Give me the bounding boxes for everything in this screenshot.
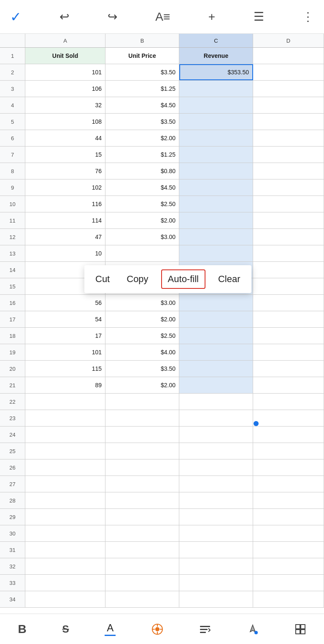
col-header-b[interactable]: B — [105, 34, 179, 47]
borders-button[interactable] — [294, 623, 306, 635]
empty-cell[interactable] — [105, 558, 179, 574]
empty-cell[interactable] — [25, 394, 105, 410]
cell-10b[interactable]: $2.50 — [105, 196, 179, 212]
cell-15d[interactable] — [253, 278, 324, 294]
cell-18b[interactable]: $2.50 — [105, 328, 179, 344]
cell-17c[interactable] — [179, 311, 253, 327]
check-icon[interactable]: ✓ — [10, 9, 22, 25]
empty-cell[interactable] — [25, 509, 105, 525]
fill-color-button[interactable] — [247, 623, 259, 635]
cell-9c[interactable] — [179, 179, 253, 196]
cell-13c[interactable] — [179, 245, 253, 261]
empty-cell[interactable] — [25, 443, 105, 459]
cell-8c[interactable] — [179, 163, 253, 179]
cell-6a[interactable]: 44 — [25, 130, 105, 146]
cell-6c[interactable] — [179, 130, 253, 146]
cell-1c[interactable]: Revenue — [179, 48, 253, 64]
cell-10a[interactable]: 116 — [25, 196, 105, 212]
empty-cell[interactable] — [25, 575, 105, 591]
cut-button[interactable]: Cut — [91, 270, 114, 288]
cell-13a[interactable]: 10 — [25, 245, 105, 261]
empty-cell[interactable] — [253, 459, 324, 476]
empty-cell[interactable] — [25, 542, 105, 558]
wrap-text-button[interactable] — [199, 623, 211, 635]
redo-icon[interactable]: ↪ — [108, 10, 117, 24]
empty-cell[interactable] — [25, 459, 105, 476]
bold-button[interactable]: B — [18, 622, 26, 636]
empty-cell[interactable] — [253, 492, 324, 508]
autofill-button[interactable]: Auto-fill — [161, 269, 205, 289]
cell-12d[interactable] — [253, 229, 324, 245]
col-header-a[interactable]: A — [25, 34, 105, 47]
cell-9a[interactable]: 102 — [25, 179, 105, 196]
cell-7d[interactable] — [253, 147, 324, 163]
empty-cell[interactable] — [179, 394, 253, 410]
cell-21a[interactable]: 89 — [25, 377, 105, 393]
empty-cell[interactable] — [253, 575, 324, 591]
add-icon[interactable]: + — [208, 10, 215, 24]
copy-button[interactable]: Copy — [122, 270, 152, 288]
empty-cell[interactable] — [253, 443, 324, 459]
empty-cell[interactable] — [105, 476, 179, 492]
cell-5a[interactable]: 108 — [25, 114, 105, 130]
cell-7a[interactable]: 15 — [25, 147, 105, 163]
cell-3c[interactable] — [179, 81, 253, 97]
empty-cell[interactable] — [179, 459, 253, 476]
cell-10c[interactable] — [179, 196, 253, 212]
cell-3a[interactable]: 106 — [25, 81, 105, 97]
cell-9b[interactable]: $4.50 — [105, 179, 179, 196]
cell-21b[interactable]: $2.00 — [105, 377, 179, 393]
empty-cell[interactable] — [179, 492, 253, 508]
comment-icon[interactable]: ☰ — [254, 10, 264, 24]
empty-cell[interactable] — [253, 525, 324, 541]
empty-cell[interactable] — [179, 558, 253, 574]
fill-handle[interactable] — [254, 421, 259, 426]
cell-17b[interactable]: $2.00 — [105, 311, 179, 327]
empty-cell[interactable] — [105, 459, 179, 476]
cell-1b[interactable]: Unit Price — [105, 48, 179, 64]
col-header-d[interactable]: D — [253, 34, 324, 47]
cell-5c[interactable] — [179, 114, 253, 130]
cell-18d[interactable] — [253, 328, 324, 344]
empty-cell[interactable] — [179, 542, 253, 558]
cell-12a[interactable]: 47 — [25, 229, 105, 245]
cell-7b[interactable]: $1.25 — [105, 147, 179, 163]
empty-cell[interactable] — [253, 509, 324, 525]
cell-21c[interactable] — [179, 377, 253, 393]
cell-1d[interactable] — [253, 48, 324, 64]
cell-11a[interactable]: 114 — [25, 212, 105, 228]
empty-cell[interactable] — [25, 525, 105, 541]
empty-cell[interactable] — [179, 443, 253, 459]
empty-cell[interactable] — [179, 476, 253, 492]
empty-cell[interactable] — [105, 542, 179, 558]
clear-button[interactable]: Clear — [214, 270, 245, 288]
cell-7c[interactable] — [179, 147, 253, 163]
cell-3b[interactable]: $1.25 — [105, 81, 179, 97]
empty-cell[interactable] — [105, 575, 179, 591]
strikethrough-button[interactable]: S — [62, 623, 69, 635]
empty-cell[interactable] — [253, 591, 324, 607]
empty-cell[interactable] — [105, 509, 179, 525]
cell-20a[interactable]: 115 — [25, 361, 105, 377]
cell-18c[interactable] — [179, 328, 253, 344]
cell-16d[interactable] — [253, 295, 324, 311]
empty-cell[interactable] — [105, 394, 179, 410]
empty-cell[interactable] — [179, 509, 253, 525]
empty-cell[interactable] — [25, 558, 105, 574]
cell-4d[interactable] — [253, 97, 324, 113]
cell-20d[interactable] — [253, 361, 324, 377]
col-header-c[interactable]: C — [179, 34, 253, 47]
empty-cell[interactable] — [179, 427, 253, 443]
cell-16b[interactable]: $3.00 — [105, 295, 179, 311]
empty-cell[interactable] — [253, 394, 324, 410]
cell-2a[interactable]: 101 — [25, 64, 105, 80]
cell-11b[interactable]: $2.00 — [105, 212, 179, 228]
cell-4a[interactable]: 32 — [25, 97, 105, 113]
empty-cell[interactable] — [179, 575, 253, 591]
empty-cell[interactable] — [179, 525, 253, 541]
cell-19d[interactable] — [253, 344, 324, 360]
empty-cell[interactable] — [105, 591, 179, 607]
cell-11d[interactable] — [253, 212, 324, 228]
cell-4c[interactable] — [179, 97, 253, 113]
text-color-button[interactable]: A — [105, 622, 116, 636]
